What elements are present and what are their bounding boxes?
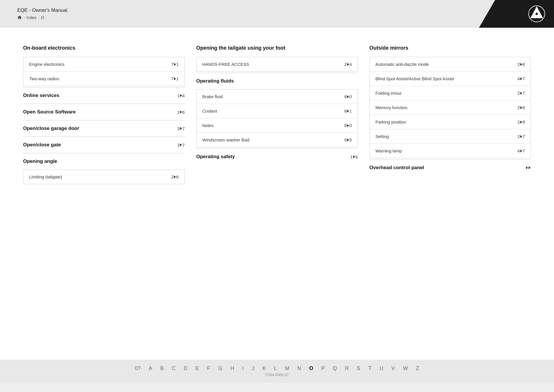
alpha-p[interactable]: P: [321, 365, 325, 372]
entry-engine-electronics-page: 71: [171, 62, 179, 67]
alpha-u[interactable]: U: [380, 365, 383, 372]
svg-point-1: [536, 13, 538, 15]
entry-online-services-page: 14: [177, 93, 185, 98]
alpha-e[interactable]: E: [195, 365, 199, 372]
alpha-b[interactable]: B: [160, 365, 164, 372]
footer: 0? A B C D E F G H I J K L M N O P Q R S…: [0, 360, 554, 383]
entry-auto-anti-dazzle[interactable]: Automatic anti-dazzle mode 28: [370, 57, 531, 72]
col1-heading: On-board electronics: [23, 45, 185, 51]
alpha-q[interactable]: Q: [333, 365, 337, 372]
entry-hands-free[interactable]: HANDS-FREE ACCESS 24: [196, 57, 358, 71]
alpha-v[interactable]: V: [392, 365, 395, 372]
entry-coolant[interactable]: Coolant 81: [196, 104, 358, 118]
alpha-d[interactable]: D: [184, 365, 187, 372]
alpha-n[interactable]: N: [297, 365, 301, 372]
entry-setting[interactable]: Setting 27: [370, 129, 531, 144]
entry-coolant-page: 81: [344, 109, 352, 113]
column-2: Opening the tailgate using your foot HAN…: [196, 45, 358, 185]
entry-open-close-garage[interactable]: Open/close garage door 37: [23, 120, 185, 137]
header-right: [479, 0, 554, 28]
manual-title: EQE - Owner's Manual: [17, 8, 67, 13]
column-1: On-board electronics Engine electronics …: [23, 45, 185, 185]
outside-mirrors-group: Automatic anti-dazzle mode 28 Blind Spot…: [369, 57, 531, 158]
operating-fluids-label: Operating fluids: [196, 78, 234, 84]
entry-engine-electronics-label: Engine electronics: [29, 62, 65, 67]
entry-online-services-label: Online services: [23, 93, 59, 98]
columns-container: On-board electronics Engine electronics …: [23, 45, 531, 185]
entry-memory-function-page: 28: [517, 105, 525, 110]
entry-warning-lamp-page: 47: [517, 148, 525, 153]
column-3: Outside mirrors Automatic anti-dazzle mo…: [369, 45, 531, 185]
opening-angle-group: Limiting (tailgate) 26: [23, 169, 185, 184]
entry-warning-lamp-label: Warning lamp: [375, 148, 402, 153]
alpha-k[interactable]: K: [263, 365, 266, 372]
entry-windscreen-washer-label: Windscreen washer fluid: [202, 137, 249, 142]
main-content: On-board electronics Engine electronics …: [0, 28, 554, 360]
entry-open-close-gate[interactable]: Open/close gate 37: [23, 137, 185, 153]
entry-windscreen-washer[interactable]: Windscreen washer fluid 95: [196, 133, 358, 147]
entry-auto-anti-dazzle-page: 28: [517, 62, 525, 67]
entry-open-source-software-page: 16: [177, 110, 185, 115]
alpha-z[interactable]: Z: [416, 365, 419, 372]
alpha-c[interactable]: C: [172, 365, 175, 372]
entry-brake-fluid-page: 80: [344, 94, 352, 99]
entry-two-way-radios-label: Two-way radios: [29, 76, 59, 81]
alpha-r[interactable]: R: [345, 365, 349, 372]
alpha-0[interactable]: 0?: [135, 365, 141, 372]
alpha-a[interactable]: A: [149, 365, 152, 372]
alpha-t[interactable]: T: [368, 365, 372, 372]
alpha-h[interactable]: H: [230, 365, 234, 372]
entry-notes[interactable]: Notes 80: [196, 118, 358, 133]
entry-two-way-radios[interactable]: Two-way radios 71: [23, 72, 184, 86]
entry-brake-fluid-label: Brake fluid: [202, 94, 223, 99]
alpha-g[interactable]: G: [218, 365, 222, 372]
header-triangle: [479, 0, 519, 28]
entry-open-close-garage-label: Open/close garage door: [23, 126, 79, 131]
entry-blind-spot-page: 47: [517, 76, 525, 81]
breadcrumb-current: O: [41, 15, 44, 20]
entry-warning-lamp[interactable]: Warning lamp 47: [370, 144, 531, 158]
alpha-j[interactable]: J: [252, 365, 254, 372]
alpha-f[interactable]: F: [207, 365, 210, 372]
entry-operating-safety[interactable]: Operating safety 16: [196, 148, 358, 165]
alpha-o[interactable]: O: [309, 365, 313, 372]
entry-two-way-radios-page: 71: [171, 76, 179, 81]
alpha-i[interactable]: I: [242, 365, 244, 372]
entry-blind-spot[interactable]: Blind Spot Assist/Active Blind Spot Assi…: [370, 72, 531, 86]
entry-overhead-control-panel-page: [526, 166, 531, 169]
on-board-electronics-group: Engine electronics 71 Two-way radios 71: [23, 57, 185, 86]
entry-parking-position[interactable]: Parking position 29: [370, 115, 531, 129]
alpha-s[interactable]: S: [357, 365, 360, 372]
entry-brake-fluid[interactable]: Brake fluid 80: [196, 89, 358, 104]
entry-limiting-tailgate-label: Limiting (tailgate): [29, 174, 62, 179]
entry-online-services[interactable]: Online services 14: [23, 87, 185, 104]
alphabet-nav: 0? A B C D E F G H I J K L M N O P Q R S…: [135, 365, 419, 372]
entry-overhead-control-panel[interactable]: Overhead control panel: [369, 159, 531, 176]
entry-auto-anti-dazzle-label: Automatic anti-dazzle mode: [375, 62, 429, 67]
entry-setting-page: 27: [517, 134, 525, 139]
header-left: EQE - Owner's Manual › Index › O: [17, 8, 67, 20]
entry-operating-safety-label: Operating safety: [196, 154, 235, 160]
alpha-w[interactable]: W: [403, 365, 408, 372]
entry-setting-label: Setting: [375, 134, 389, 139]
mercedes-logo: [528, 5, 545, 23]
col2-heading: Opening the tailgate using your foot: [196, 45, 358, 51]
entry-blind-spot-label: Blind Spot Assist/Active Blind Spot Assi…: [375, 76, 454, 81]
entry-parking-position-label: Parking position: [375, 120, 406, 124]
entry-open-source-software[interactable]: Open Source Software 16: [23, 104, 185, 120]
breadcrumb-index[interactable]: Index: [27, 15, 36, 20]
entry-coolant-label: Coolant: [202, 109, 217, 113]
entry-folding-inout[interactable]: Folding in/out 27: [370, 86, 531, 100]
entry-limiting-tailgate[interactable]: Limiting (tailgate) 26: [23, 170, 184, 184]
breadcrumb-sep-1: ›: [24, 16, 25, 20]
entry-engine-electronics[interactable]: Engine electronics 71: [23, 57, 184, 72]
home-icon[interactable]: [17, 15, 22, 20]
alpha-m[interactable]: M: [285, 365, 289, 372]
entry-folding-inout-label: Folding in/out: [375, 91, 401, 96]
entry-opening-angle[interactable]: Opening angle: [23, 153, 185, 169]
operating-fluids-group: Brake fluid 80 Coolant 81 Notes 80: [196, 89, 358, 147]
alpha-l[interactable]: L: [274, 365, 277, 372]
entry-memory-function[interactable]: Memory function 28: [370, 100, 531, 115]
entry-windscreen-washer-page: 95: [344, 137, 352, 142]
entry-hands-free-page: 24: [344, 62, 352, 67]
